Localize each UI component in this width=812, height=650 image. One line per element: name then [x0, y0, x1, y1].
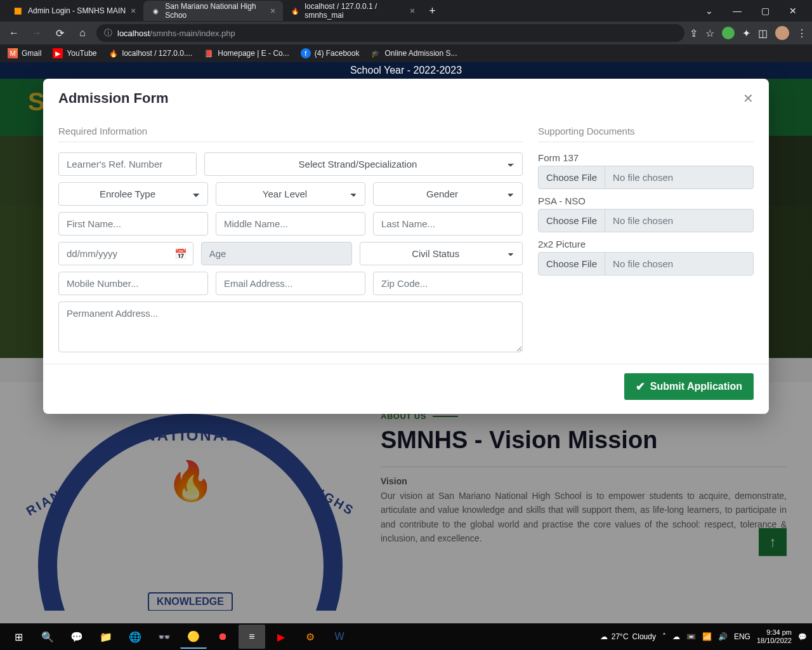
app-button[interactable]: 👓	[151, 625, 178, 649]
weather-widget[interactable]: ☁ 27°C Cloudy	[600, 632, 656, 641]
civil-status-select[interactable]: Civil Status	[360, 242, 523, 265]
photo-file-input[interactable]: Choose File No file chosen	[538, 252, 754, 275]
file-status: No file chosen	[605, 209, 753, 232]
close-icon[interactable]: ×	[270, 6, 275, 16]
site-info-icon[interactable]: ⓘ	[104, 27, 112, 39]
file-status: No file chosen	[605, 166, 753, 189]
file-status: No file chosen	[605, 253, 753, 275]
search-button[interactable]: 🔍	[34, 625, 61, 649]
weather-icon: ☁	[600, 632, 608, 641]
profile-avatar[interactable]	[775, 26, 789, 40]
wifi-icon[interactable]: 📶	[702, 632, 712, 641]
maximize-button[interactable]: ▢	[751, 1, 779, 21]
bookmark-localhost[interactable]: 🔥localhost / 127.0.0....	[108, 48, 193, 58]
form137-file-input[interactable]: Choose File No file chosen	[538, 166, 754, 189]
chrome-active-button[interactable]: 🟡	[180, 625, 207, 649]
mobile-input[interactable]	[58, 272, 208, 295]
close-icon[interactable]: ×	[410, 6, 415, 16]
system-clock[interactable]: 9:34 pm 18/10/2022	[757, 628, 792, 645]
bookmark-gmail[interactable]: MGmail	[8, 48, 41, 58]
reload-button[interactable]: ⟳	[51, 24, 69, 42]
first-name-input[interactable]	[58, 212, 208, 235]
check-icon: ✔	[636, 380, 645, 394]
record-button[interactable]: ⏺	[209, 625, 236, 649]
forward-button[interactable]: →	[28, 24, 46, 42]
minimize-button[interactable]: —	[723, 1, 751, 21]
psa-file-input[interactable]: Choose File No file chosen	[538, 209, 754, 232]
extensions-icon[interactable]: ✦	[742, 27, 750, 39]
zip-input[interactable]	[373, 272, 523, 295]
dob-input[interactable]	[58, 242, 193, 265]
form137-label: Form 137	[538, 152, 754, 163]
window-controls: ⌄ — ▢ ✕	[695, 1, 807, 21]
close-window-button[interactable]: ✕	[779, 1, 807, 21]
youtube-icon: ▶	[53, 48, 63, 58]
menu-icon[interactable]: ⋮	[797, 27, 807, 39]
tab-phpmyadmin[interactable]: 🔥 localhost / 127.0.0.1 / smnhs_mai ×	[283, 1, 422, 21]
page-content: School Year - 2022-2023 S RIANONATIONALH…	[0, 62, 812, 623]
extension-icon[interactable]	[722, 27, 735, 39]
bookmark-facebook[interactable]: f(4) Facebook	[301, 48, 360, 58]
url-input[interactable]: ⓘ localhost/smnhs-main/index.php	[96, 24, 684, 42]
start-button[interactable]: ⊞	[5, 625, 32, 649]
url-host: localhost	[117, 29, 150, 38]
choose-file-button[interactable]: Choose File	[539, 209, 605, 232]
battery-icon[interactable]: 📼	[686, 632, 696, 641]
sublime-button[interactable]: ≡	[239, 625, 265, 649]
edge-button[interactable]: 🌐	[122, 625, 148, 649]
bookmark-homepage[interactable]: 📕Homepage | E - Co...	[204, 48, 289, 58]
middle-name-input[interactable]	[216, 212, 365, 235]
pma-icon: 🔥	[291, 6, 299, 16]
modal-close-button[interactable]: ✕	[743, 91, 754, 106]
tab-admin-login[interactable]: 🟧 Admin Login - SMNHS MAIN ×	[5, 1, 143, 21]
xampp-icon: 🟧	[13, 6, 23, 16]
enrolee-type-select[interactable]: Enrolee Type	[58, 182, 208, 206]
facebook-icon: f	[301, 48, 311, 58]
tray-chevron-icon[interactable]: ˄	[662, 632, 666, 641]
gender-select[interactable]: Gender	[373, 182, 523, 206]
admission-modal: Admission Form ✕ Required Information Se…	[43, 79, 769, 414]
tab-bar: 🟧 Admin Login - SMNHS MAIN × ◉ San Maria…	[0, 0, 812, 22]
school-year-banner: School Year - 2022-2023	[0, 62, 812, 79]
psa-label: PSA - NSO	[538, 196, 754, 206]
messenger-button[interactable]: 💬	[63, 625, 90, 649]
tab-smnhs[interactable]: ◉ San Mariano National High Schoo ×	[143, 1, 283, 21]
volume-icon[interactable]: 🔊	[718, 632, 728, 641]
xampp-button[interactable]: ⚙	[297, 625, 324, 649]
youtube-button[interactable]: ▶	[268, 625, 294, 649]
chevron-down-icon[interactable]: ⌄	[695, 1, 723, 21]
bookmark-admission[interactable]: 🎓Online Admission S...	[370, 48, 457, 58]
bookmark-youtube[interactable]: ▶YouTube	[53, 48, 96, 58]
modal-title: Admission Form	[58, 90, 169, 107]
bookmarks-bar: MGmail ▶YouTube 🔥localhost / 127.0.0....…	[0, 44, 812, 62]
grad-icon: 🎓	[370, 48, 381, 58]
email-input[interactable]	[216, 272, 365, 295]
year-level-select[interactable]: Year Level	[216, 182, 365, 206]
strand-select[interactable]: Select Strand/Specialization	[204, 152, 523, 176]
share-icon[interactable]: ⇪	[690, 27, 698, 39]
required-info-label: Required Information	[58, 116, 523, 142]
age-input	[201, 242, 353, 265]
url-path: /smnhs-main/index.php	[150, 29, 235, 38]
onedrive-icon[interactable]: ☁	[672, 632, 680, 641]
windows-taskbar: ⊞ 🔍 💬 📁 🌐 👓 🟡 ⏺ ≡ ▶ ⚙ W ☁ 27°C Cloudy ˄ …	[0, 623, 812, 650]
home-button[interactable]: ⌂	[74, 24, 91, 42]
new-tab-button[interactable]: +	[422, 4, 442, 18]
word-button[interactable]: W	[326, 625, 353, 649]
choose-file-button[interactable]: Choose File	[539, 253, 605, 275]
tab-title: localhost / 127.0.0.1 / smnhs_mai	[304, 2, 405, 20]
close-icon[interactable]: ×	[131, 6, 136, 16]
submit-application-button[interactable]: ✔Submit Application	[624, 373, 754, 400]
explorer-button[interactable]: 📁	[93, 625, 119, 649]
choose-file-button[interactable]: Choose File	[539, 166, 605, 189]
lrn-input[interactable]	[58, 152, 197, 176]
bookmark-star-icon[interactable]: ☆	[705, 27, 714, 39]
browser-chrome: 🟧 Admin Login - SMNHS MAIN × ◉ San Maria…	[0, 0, 812, 62]
sidepanel-icon[interactable]: ◫	[758, 27, 768, 39]
language-indicator[interactable]: ENG	[734, 632, 750, 641]
address-textarea[interactable]	[58, 302, 523, 352]
last-name-input[interactable]	[373, 212, 523, 235]
back-button[interactable]: ←	[5, 24, 23, 42]
tab-title: Admin Login - SMNHS MAIN	[28, 6, 126, 15]
notifications-icon[interactable]: 💬	[798, 633, 807, 641]
